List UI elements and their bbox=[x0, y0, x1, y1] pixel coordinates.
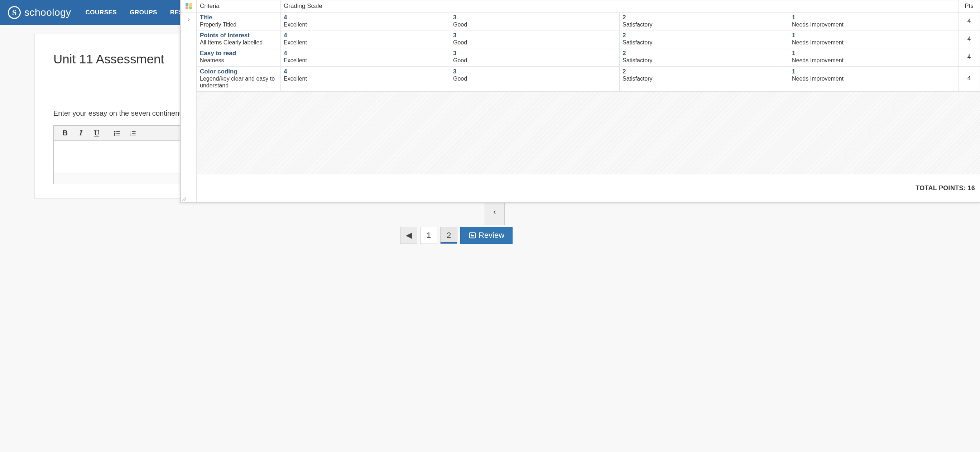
rubric-collapse-button[interactable]: › bbox=[181, 12, 197, 27]
underline-button[interactable]: U bbox=[89, 127, 105, 140]
rubric-scale-cell[interactable]: 4Excellent bbox=[281, 66, 450, 91]
toolbar-separator bbox=[107, 129, 107, 138]
rubric-row-points: 4 bbox=[959, 13, 980, 30]
pagination-row: ◀ 1 2 Review bbox=[400, 227, 512, 244]
triangle-left-icon: ◀ bbox=[406, 231, 412, 240]
rubric-scale-cell[interactable]: 2Satisfactory bbox=[620, 48, 789, 66]
page-1-button[interactable]: 1 bbox=[420, 227, 438, 244]
svg-point-0 bbox=[114, 131, 115, 132]
svg-text:3: 3 bbox=[130, 134, 131, 136]
prev-page-button[interactable]: ◀ bbox=[400, 227, 417, 244]
rubric-criterion-desc: Properly Titled bbox=[200, 21, 278, 28]
rubric-scale-cell[interactable]: 1Needs Improvement bbox=[789, 13, 959, 30]
page-2-button[interactable]: 2 bbox=[440, 227, 457, 244]
rubric-header-scale: Grading Scale bbox=[281, 0, 959, 13]
rubric-scale-cell[interactable]: 2Satisfactory bbox=[620, 66, 789, 91]
rubric-scale-cell[interactable]: 1Needs Improvement bbox=[789, 48, 959, 66]
numbered-list-button[interactable]: 123 bbox=[125, 127, 141, 140]
rubric-header-row: Criteria Grading Scale Pts bbox=[197, 0, 980, 13]
nav-courses[interactable]: COURSES bbox=[86, 9, 117, 16]
chevron-left-icon: ‹ bbox=[493, 207, 496, 217]
rubric-row: Points of Interest All Items Clearly lab… bbox=[197, 30, 980, 48]
rubric-scale-cell[interactable]: 3Good bbox=[450, 66, 620, 91]
rubric-scale-cell[interactable]: 1Needs Improvement bbox=[789, 66, 959, 91]
rubric-criterion-cell: Title Properly Titled bbox=[197, 13, 281, 30]
brand-text: schoology bbox=[24, 7, 71, 18]
svg-point-2 bbox=[114, 132, 115, 134]
rubric-scale-cell[interactable]: 3Good bbox=[450, 48, 620, 66]
rubric-header-criteria: Criteria bbox=[197, 0, 281, 13]
rubric-row: Color coding Legend/key clear and easy t… bbox=[197, 66, 980, 91]
rubric-scale-cell[interactable]: 2Satisfactory bbox=[620, 13, 789, 30]
rubric-table: Criteria Grading Scale Pts Title Properl… bbox=[197, 0, 980, 91]
rubric-sidebar: › bbox=[181, 0, 197, 202]
rubric-criterion-cell: Color coding Legend/key clear and easy t… bbox=[197, 66, 281, 91]
rubric-total-points: TOTAL POINTS: 16 bbox=[197, 174, 980, 202]
rubric-empty-area bbox=[197, 91, 980, 174]
rubric-row-points: 4 bbox=[959, 66, 980, 91]
rubric-scale-cell[interactable]: 4Excellent bbox=[281, 30, 450, 48]
nav-groups[interactable]: GROUPS bbox=[130, 9, 157, 16]
brand-glyph: S bbox=[12, 8, 16, 17]
chevron-right-icon: › bbox=[188, 16, 190, 23]
svg-point-4 bbox=[114, 134, 115, 135]
italic-button[interactable]: I bbox=[73, 127, 89, 140]
rubric-scale-cell[interactable]: 3Good bbox=[450, 30, 620, 48]
rubric-panel: › Criteria Grading Scale Pts bbox=[180, 0, 980, 203]
bulleted-list-button[interactable] bbox=[109, 127, 125, 140]
rubric-row-points: 4 bbox=[959, 30, 980, 48]
resize-grip-icon[interactable] bbox=[181, 197, 186, 201]
rubric-scale-cell[interactable]: 3Good bbox=[450, 13, 620, 30]
rubric-grid-icon bbox=[181, 0, 197, 12]
rubric-criterion-cell: Points of Interest All Items Clearly lab… bbox=[197, 30, 281, 48]
rubric-scale-cell[interactable]: 2Satisfactory bbox=[620, 30, 789, 48]
review-button[interactable]: Review bbox=[460, 227, 512, 244]
review-button-label: Review bbox=[479, 231, 504, 240]
brand-logo-icon: S bbox=[8, 6, 21, 19]
rubric-row: Title Properly Titled 4Excellent 3Good 2… bbox=[197, 13, 980, 30]
brand[interactable]: S schoology bbox=[8, 6, 71, 19]
rubric-criterion-name: Title bbox=[200, 14, 278, 21]
rubric-scale-cell[interactable]: 4Excellent bbox=[281, 48, 450, 66]
rubric-scale-cell[interactable]: 1Needs Improvement bbox=[789, 30, 959, 48]
rubric-row-points: 4 bbox=[959, 48, 980, 66]
rubric-header-pts: Pts bbox=[959, 0, 980, 13]
rubric-row: Easy to read Neatness 4Excellent 3Good 2… bbox=[197, 48, 980, 66]
bold-button[interactable]: B bbox=[57, 127, 73, 140]
rubric-criterion-cell: Easy to read Neatness bbox=[197, 48, 281, 66]
rubric-scale-cell[interactable]: 4Excellent bbox=[281, 13, 450, 30]
